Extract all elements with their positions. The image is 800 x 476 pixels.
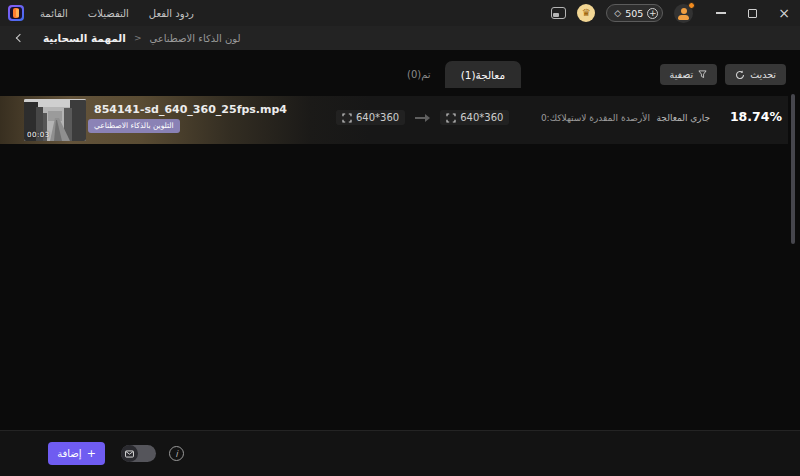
task-row[interactable]: 00:03 854141-sd_640_360_25fps.mp4 التلوي…	[0, 96, 788, 144]
filter-label: تصفية	[670, 69, 694, 80]
envelope-icon	[125, 450, 134, 458]
info-button[interactable]: i	[169, 446, 184, 461]
tab-bar: تم(0) معالجة(1)	[393, 61, 521, 88]
feature-badge: التلوين بالذكاء الاصطناعي	[88, 119, 180, 133]
breadcrumb-current: لون الذكاء الاصطناعي	[149, 33, 240, 44]
resolution-group: 640*360 640*360	[336, 110, 509, 125]
add-label: إضافة	[57, 448, 81, 459]
funnel-icon	[698, 70, 707, 79]
output-resolution-chip: 640*360	[440, 110, 509, 125]
list-toolbar: تصفية تحديث	[660, 64, 786, 85]
breadcrumb-bar: المهمة السحابية > لون الذكاء الاصطناعي	[0, 26, 800, 50]
footer-bar: إضافة + i	[0, 430, 800, 476]
refresh-label: تحديث	[750, 69, 776, 80]
menu-item-preferences[interactable]: التفضيلات	[88, 8, 129, 19]
progress-percent: 18.74%	[730, 109, 782, 124]
user-avatar[interactable]	[674, 4, 693, 23]
maximize-button[interactable]	[748, 9, 757, 18]
chevron-left-icon	[16, 34, 24, 42]
toggle-knob	[121, 445, 138, 462]
video-thumbnail[interactable]: 00:03	[24, 99, 86, 141]
vip-crown-icon[interactable]: ♛	[577, 4, 595, 22]
email-notify-toggle[interactable]	[121, 445, 156, 462]
add-credits-button[interactable]: +	[647, 8, 658, 19]
gem-icon: ◇	[614, 9, 621, 18]
arrow-right-icon	[414, 113, 431, 123]
refresh-icon	[735, 70, 745, 80]
status-text: جاري المعالجة	[657, 113, 710, 123]
video-duration: 00:03	[27, 131, 50, 139]
refresh-button[interactable]: تحديث	[725, 64, 786, 85]
back-button[interactable]	[13, 31, 27, 45]
close-button[interactable]: ×	[778, 6, 790, 20]
tab-processing[interactable]: معالجة(1)	[445, 61, 521, 88]
minimize-button[interactable]	[716, 4, 727, 22]
breadcrumb-parent[interactable]: المهمة السحابية	[43, 32, 126, 44]
input-resolution: 640*360	[356, 112, 399, 123]
expand-corners-icon	[446, 113, 456, 123]
app-logo-icon	[8, 5, 24, 21]
menu-bar: القائمة التفضيلات ردود الفعل	[40, 8, 194, 19]
video-filename: 854141-sd_640_360_25fps.mp4	[94, 103, 287, 116]
credits-value: 505	[625, 8, 643, 19]
credits-estimate: الأرصدة المقدرة لاستهلاكك:0	[541, 113, 650, 123]
filter-button[interactable]: تصفية	[660, 64, 718, 85]
info-glyph: i	[175, 449, 178, 459]
crown-glyph: ♛	[582, 8, 591, 18]
menu-item-main[interactable]: القائمة	[40, 8, 68, 19]
scrollbar[interactable]	[791, 94, 795, 244]
mini-window-icon[interactable]	[551, 7, 566, 19]
add-file-button[interactable]: إضافة +	[48, 442, 105, 465]
plus-icon: +	[87, 448, 96, 459]
tab-done[interactable]: تم(0)	[393, 69, 445, 80]
input-resolution-chip: 640*360	[336, 110, 405, 125]
notification-dot	[688, 2, 695, 9]
main-content: تم(0) معالجة(1) تصفية تحديث	[0, 50, 800, 430]
titlebar: القائمة التفضيلات ردود الفعل ♛ ◇ 505 + ×	[0, 0, 800, 26]
menu-item-feedback[interactable]: ردود الفعل	[149, 8, 194, 19]
expand-corners-icon	[342, 113, 352, 123]
breadcrumb-separator: >	[134, 33, 142, 43]
output-resolution: 640*360	[460, 112, 503, 123]
breadcrumb: المهمة السحابية > لون الذكاء الاصطناعي	[43, 32, 241, 44]
credits-pill[interactable]: ◇ 505 +	[606, 4, 663, 22]
